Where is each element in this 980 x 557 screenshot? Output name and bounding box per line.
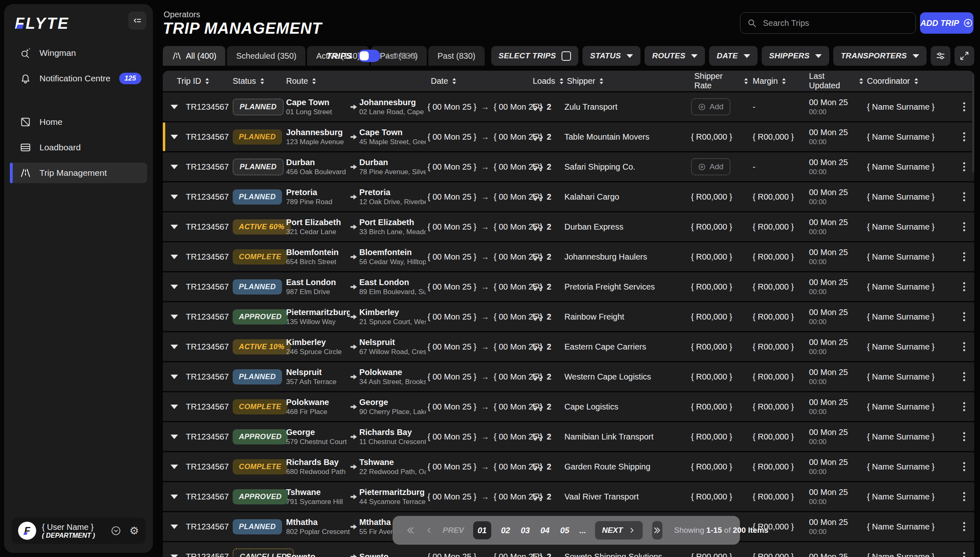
sort-icon[interactable]	[914, 78, 919, 85]
scrollbar-thumb[interactable]	[972, 74, 974, 173]
row-expand-button[interactable]	[163, 555, 186, 557]
page-02[interactable]: 02	[500, 526, 511, 535]
column-shipper[interactable]: Shipper	[567, 76, 595, 86]
sort-icon[interactable]	[859, 78, 864, 85]
row-menu-button[interactable]	[954, 372, 974, 381]
table-row[interactable]: TR1234567 COMPLETE Bloemfontein 654 Birc…	[163, 242, 974, 271]
table-row[interactable]: TR1234567 PLANNED East London 987 Elm Dr…	[163, 272, 974, 301]
column-date[interactable]: Date	[431, 76, 448, 86]
column-last-updated[interactable]: Last Updated	[809, 71, 855, 90]
first-page-button[interactable]	[405, 525, 416, 536]
row-expand-button[interactable]	[163, 225, 186, 229]
chevron-down-circle-icon[interactable]	[111, 525, 121, 536]
row-expand-button[interactable]	[163, 345, 186, 349]
row-expand-button[interactable]	[163, 285, 186, 289]
row-expand-button[interactable]	[163, 465, 186, 469]
filter-shippers[interactable]: SHIPPERS	[762, 46, 830, 66]
row-menu-button[interactable]	[954, 312, 974, 321]
page-04[interactable]: 04	[540, 526, 550, 535]
page-01[interactable]: 01	[473, 521, 491, 539]
table-row[interactable]: TR1234567 APPROVED Pietermaritzburg 135 …	[163, 302, 974, 331]
sort-icon[interactable]	[312, 78, 317, 85]
sidebar-item-wingman[interactable]: Wingman	[10, 43, 147, 63]
row-menu-button[interactable]	[954, 342, 974, 351]
row-expand-button[interactable]	[163, 315, 186, 319]
sort-icon[interactable]	[452, 78, 457, 85]
sort-icon[interactable]	[559, 78, 564, 85]
column-shipper-rate[interactable]: Shipper Rate	[694, 71, 740, 90]
sidebar-item-trip-management[interactable]: Trip Management	[10, 163, 147, 183]
filter-routes[interactable]: ROUTES	[645, 46, 705, 66]
tab-past-830-[interactable]: Past (830)	[428, 46, 484, 66]
row-expand-button[interactable]	[163, 375, 186, 379]
advanced-filters-button[interactable]	[931, 46, 950, 66]
add-rate-button[interactable]: Add	[691, 158, 730, 175]
table-row[interactable]: TR1234567 ACTIVE 60% Port Elizabeth 321 …	[163, 212, 974, 241]
table-row[interactable]: TR1234567 APPROVED Tshwane 791 Sycamore …	[163, 482, 974, 511]
row-expand-button[interactable]	[163, 105, 186, 109]
row-expand-button[interactable]	[163, 495, 186, 499]
table-row[interactable]: TR1234567 PLANNED Nelspruit 357 Ash Terr…	[163, 362, 974, 391]
expand-view-button[interactable]	[955, 46, 974, 66]
row-menu-button[interactable]	[954, 162, 974, 171]
row-expand-button[interactable]	[163, 165, 186, 169]
row-expand-button[interactable]	[163, 435, 186, 439]
row-expand-button[interactable]	[163, 135, 186, 139]
table-row[interactable]: TR1234567 COMPLETE Polokwane 468 Fir Pla…	[163, 392, 974, 421]
page-03[interactable]: 03	[520, 526, 531, 535]
column-trip-id[interactable]: Trip ID	[177, 76, 201, 86]
tab-scheduled-350-[interactable]: Scheduled (350)	[227, 46, 305, 66]
row-expand-button[interactable]	[163, 525, 186, 529]
filter-status[interactable]: STATUS	[582, 46, 640, 66]
table-row[interactable]: TR1234567 ACTIVE 10% Kimberley 246 Spruc…	[163, 332, 974, 361]
prev-page-chevron[interactable]	[425, 526, 434, 535]
table-row[interactable]: TR1234567 PLANNED Durban 456 Oak Bouleva…	[163, 152, 974, 181]
add-rate-button[interactable]: Add	[691, 98, 730, 115]
row-expand-button[interactable]	[163, 195, 186, 199]
table-row[interactable]: TR1234567 PLANNED Cape Town 01 Long Stre…	[163, 92, 974, 121]
column-loads[interactable]: Loads	[533, 76, 555, 86]
table-row[interactable]: TR1234567 APPROVED George 579 Chestnut C…	[163, 422, 974, 451]
row-menu-button[interactable]	[954, 492, 974, 501]
collapse-sidebar-button[interactable]	[128, 12, 146, 30]
filter-select-trips[interactable]: SELECT TRIPS	[491, 46, 579, 66]
row-menu-button[interactable]	[954, 252, 974, 261]
filter-date[interactable]: DATE	[709, 46, 758, 66]
add-trip-button[interactable]: ADD TRIP	[920, 12, 973, 34]
sidebar-item-notification-centre[interactable]: Notification Centre 125	[10, 68, 147, 89]
column-status[interactable]: Status	[233, 76, 256, 86]
sort-icon[interactable]	[205, 78, 210, 85]
next-page-button[interactable]: NEXT	[595, 521, 643, 540]
sort-icon[interactable]	[599, 78, 604, 85]
row-menu-button[interactable]	[954, 552, 974, 557]
row-menu-button[interactable]	[954, 192, 974, 201]
table-row[interactable]: TR1234567 COMPLETE Richards Bay 680 Redw…	[163, 452, 974, 481]
filter-transporters[interactable]: TRANSPORTERS	[833, 46, 927, 66]
sort-icon[interactable]	[260, 78, 265, 85]
page-05[interactable]: 05	[559, 526, 570, 535]
search-input[interactable]	[762, 18, 909, 28]
tab-all-400-[interactable]: All (400)	[163, 46, 225, 66]
table-row[interactable]: TR1234567 PLANNED Johannesburg 123 Maple…	[163, 122, 974, 151]
row-expand-button[interactable]	[163, 255, 186, 259]
column-margin[interactable]: Margin	[753, 76, 778, 86]
row-menu-button[interactable]	[954, 522, 974, 531]
row-menu-button[interactable]	[954, 132, 974, 141]
user-card[interactable]: F { User Name } ( DEPARTMENT ) ⚙	[12, 518, 146, 544]
row-menu-button[interactable]	[954, 222, 974, 231]
sort-icon[interactable]	[781, 78, 786, 85]
prev-page-button[interactable]: PREV	[443, 526, 464, 535]
row-menu-button[interactable]	[954, 462, 974, 471]
column-coordinator[interactable]: Coordinator	[867, 76, 910, 86]
row-menu-button[interactable]	[954, 432, 974, 441]
sidebar-item-loadboard[interactable]: Loadboard	[10, 137, 147, 158]
sidebar-item-home[interactable]: Home	[10, 112, 147, 132]
sort-icon[interactable]	[744, 78, 749, 85]
row-menu-button[interactable]	[954, 402, 974, 411]
trips-loads-switch[interactable]	[358, 50, 380, 62]
table-row[interactable]: TR1234567 PLANNED Pretoria 789 Pine Road…	[163, 182, 974, 211]
row-expand-button[interactable]	[163, 405, 186, 409]
column-route[interactable]: Route	[286, 76, 308, 86]
row-menu-button[interactable]	[954, 282, 974, 291]
last-page-button[interactable]	[652, 521, 663, 540]
